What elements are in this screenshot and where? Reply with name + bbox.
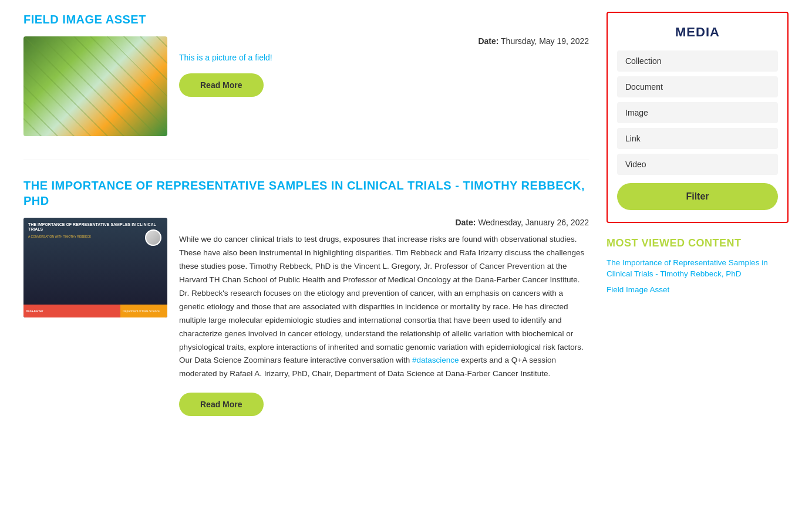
video-speaker-badge [145, 229, 161, 246]
article-text-clinical: Date: Wednesday, January 26, 2022 While … [179, 218, 589, 416]
article-body-clinical: THE IMPORTANCE OF REPRESENTATIVE SAMPLES… [23, 218, 589, 416]
date-label-clinical: Date: [455, 218, 476, 227]
article-text-field: Date: Thursday, May 19, 2022 This is a p… [179, 36, 589, 97]
article-divider [23, 160, 589, 160]
filter-button[interactable]: Filter [617, 183, 778, 210]
date-value-clinical: Wednesday, January 26, 2022 [478, 218, 589, 227]
media-filter-box: MEDIA Collection Document Image Link Vid… [607, 12, 789, 223]
date-value-field: Thursday, May 19, 2022 [501, 36, 589, 46]
article-body-text-clinical: While we do cancer clinical trials to te… [179, 233, 589, 381]
video-bar-right-text: Department of Data Science [123, 309, 160, 313]
date-label-field: Date: [478, 36, 498, 46]
read-more-button-field[interactable]: Read More [179, 73, 264, 97]
filter-item-video[interactable]: Video [617, 154, 778, 175]
most-viewed-link-2[interactable]: Field Image Asset [607, 285, 789, 296]
video-bar-right: Department of Data Science [120, 305, 167, 317]
article-clinical-trials: THE IMPORTANCE OF REPRESENTATIVE SAMPLES… [23, 178, 589, 416]
video-title-overlay: THE IMPORTANCE OF REPRESENTATIVE SAMPLES… [28, 222, 163, 232]
video-thumbnail: THE IMPORTANCE OF REPRESENTATIVE SAMPLES… [23, 218, 167, 317]
hashtag-link[interactable]: #datascience [412, 356, 459, 364]
most-viewed-title: MOST VIEWED CONTENT [607, 237, 789, 249]
article-image-video: THE IMPORTANCE OF REPRESENTATIVE SAMPLES… [23, 218, 167, 317]
article-image-field [23, 36, 167, 136]
read-more-button-clinical[interactable]: Read More [179, 393, 264, 416]
filter-item-document[interactable]: Document [617, 76, 778, 97]
most-viewed-section: MOST VIEWED CONTENT The Importance of Re… [607, 237, 789, 296]
video-subtitle-overlay: A conversation with Timothy Rebbeck [28, 235, 163, 238]
filter-item-link[interactable]: Link [617, 128, 778, 149]
main-content: FIELD IMAGE ASSET Date: Thursday, May 19… [23, 12, 589, 440]
article-description-field: This is a picture of a field! [179, 52, 589, 64]
video-bar-left-text: Dana-Farber [26, 309, 43, 313]
article-body-field: Date: Thursday, May 19, 2022 This is a p… [23, 36, 589, 136]
sidebar: MEDIA Collection Document Image Link Vid… [607, 12, 789, 440]
video-bar-bottom: Dana-Farber Department of Data Science [23, 305, 167, 317]
media-title: MEDIA [617, 25, 778, 40]
filter-item-collection[interactable]: Collection [617, 50, 778, 72]
article-date-clinical: Date: Wednesday, January 26, 2022 [179, 218, 589, 227]
article-date-field: Date: Thursday, May 19, 2022 [179, 36, 589, 46]
article-title-field[interactable]: FIELD IMAGE ASSET [23, 12, 146, 27]
filter-item-image[interactable]: Image [617, 102, 778, 123]
article-field-image: FIELD IMAGE ASSET Date: Thursday, May 19… [23, 12, 589, 136]
article-title-clinical[interactable]: THE IMPORTANCE OF REPRESENTATIVE SAMPLES… [23, 178, 589, 208]
most-viewed-link-1[interactable]: The Importance of Representative Samples… [607, 258, 789, 280]
video-bar-left: Dana-Farber [23, 305, 120, 317]
